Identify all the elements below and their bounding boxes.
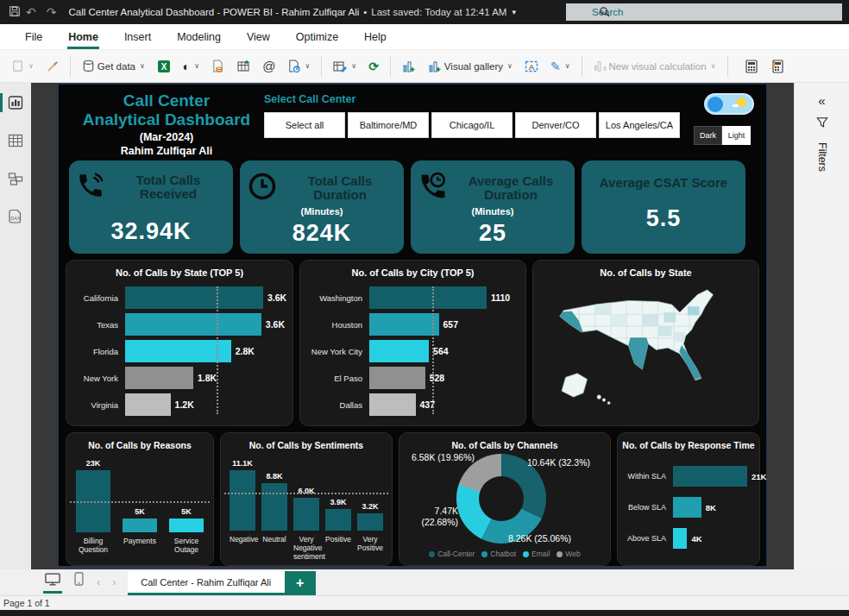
quick-measure-button[interactable] [766, 56, 789, 77]
column[interactable]: 3.9K [325, 498, 351, 531]
calls-by-response-time-panel[interactable]: No. of Calls by Response Time Within SLA… [617, 432, 760, 566]
excel-workbook-button[interactable]: X [153, 56, 175, 77]
menu-view[interactable]: View [234, 25, 283, 49]
bar[interactable] [673, 528, 687, 549]
undo-icon[interactable]: ↶ [26, 5, 36, 19]
last-saved-text: Last saved: Today at 12:41 AM [371, 7, 506, 17]
column[interactable]: 23K [76, 459, 110, 532]
donut-label-email: 7.47K (22.68%) [401, 506, 458, 528]
bar[interactable] [369, 367, 425, 389]
new-visual-button[interactable] [398, 56, 420, 77]
text-box-button[interactable]: A [520, 56, 543, 77]
bar[interactable] [125, 393, 171, 416]
redo-icon[interactable]: ↷ [47, 5, 57, 19]
report-view-icon[interactable] [0, 95, 31, 110]
bar[interactable] [125, 286, 263, 309]
calls-by-state-map-panel[interactable]: No. of Calls by State [532, 260, 759, 426]
bar[interactable] [673, 466, 747, 487]
title-caret-icon[interactable]: ▾ [512, 8, 516, 16]
slicer-los-angeles[interactable]: Los Angeles/CA [599, 112, 680, 138]
column-bar[interactable] [169, 519, 204, 532]
legend-email[interactable]: Email [523, 550, 550, 558]
slicer-denver[interactable]: Denver/CO [515, 112, 596, 138]
bar[interactable] [369, 313, 439, 336]
calls-by-reasons-panel[interactable]: No. of Calls by Reasons 23K5K5KBilling Q… [66, 432, 214, 566]
filter-funnel-icon[interactable] [816, 116, 828, 132]
bar-category-label: New York City [307, 347, 362, 356]
kpi-total-calls-received[interactable]: Total Calls Received 32.94K [69, 160, 233, 254]
column-bar[interactable] [230, 470, 255, 531]
column-bar[interactable] [123, 519, 157, 532]
transform-data-button[interactable]: ∨ [329, 56, 361, 77]
column-bar[interactable] [325, 509, 351, 531]
refresh-button[interactable]: ⟳ [364, 57, 383, 76]
column[interactable]: 3.2K [357, 502, 383, 531]
document-title: Call Center Analytical Dashboard - POWER… [68, 7, 359, 17]
bar[interactable] [125, 367, 193, 389]
prev-page-icon[interactable]: ‹ [91, 572, 106, 595]
menu-modeling[interactable]: Modeling [164, 25, 234, 49]
new-visual-calculation-button[interactable]: fx New visual calculation ∨ [589, 56, 720, 76]
menu-help[interactable]: Help [351, 25, 399, 49]
sql-server-button[interactable] [207, 56, 229, 76]
calls-by-state-panel[interactable]: No. of Calls by State (TOP 5) California… [66, 260, 293, 426]
kpi-average-csat-score[interactable]: Average CSAT Score 5.5 [582, 160, 745, 254]
search-input[interactable]: Search [566, 3, 842, 21]
expand-pane-icon[interactable]: « [818, 93, 825, 108]
bar[interactable] [369, 286, 487, 309]
slicer-chicago[interactable]: Chicago/IL [431, 112, 513, 138]
column-bar[interactable] [293, 498, 319, 531]
kpi-total-calls-duration[interactable]: Total Calls Duration (Minutes) 824K [240, 160, 404, 254]
dax-query-view-icon[interactable]: DAX [0, 209, 31, 224]
next-page-icon[interactable]: › [106, 572, 122, 595]
format-painter-button[interactable] [41, 56, 63, 76]
column[interactable]: 5K [169, 507, 204, 532]
save-icon[interactable] [9, 5, 21, 19]
light-theme-button[interactable]: Light [722, 126, 751, 145]
column[interactable]: 5K [123, 507, 157, 532]
legend-chatbot[interactable]: Chatbot [481, 550, 516, 558]
add-page-button[interactable]: + [285, 571, 316, 595]
onelake-hub-button[interactable]: ◐ ∨ [179, 57, 204, 76]
model-view-icon[interactable] [0, 171, 31, 186]
calls-by-channels-panel[interactable]: No. of Calls by Channels 6.58K (19.96%) … [399, 432, 611, 566]
bar-category-label: Washington [307, 293, 362, 303]
enter-data-button[interactable] [232, 56, 255, 77]
legend-call-center[interactable]: Call-Center [429, 550, 475, 558]
column[interactable]: 8.8K [261, 472, 287, 531]
kpi-average-calls-duration[interactable]: Average Calls Duration (Minutes) 25 [411, 160, 575, 254]
visual-gallery-button[interactable]: Visual gallery ∨ [424, 56, 517, 77]
column[interactable]: 11.1K [230, 459, 255, 531]
bar[interactable] [673, 497, 701, 518]
slicer-select-all[interactable]: Select all [264, 112, 345, 138]
bar[interactable] [369, 340, 429, 362]
new-measure-button[interactable] [740, 56, 763, 77]
legend-web[interactable]: Web [557, 550, 580, 558]
page-tab[interactable]: Call Center - Rahim Zulfiqar Ali [128, 571, 285, 595]
menu-file[interactable]: File [12, 25, 55, 49]
paste-button[interactable]: ∨ [7, 56, 38, 76]
table-view-icon[interactable] [0, 133, 31, 148]
bar[interactable] [125, 313, 261, 336]
filters-pane-label[interactable]: Filters [816, 142, 828, 172]
slicer-baltimore[interactable]: Baltimore/MD [348, 112, 429, 138]
menu-optimize[interactable]: Optimize [283, 25, 351, 49]
bar[interactable] [125, 340, 231, 362]
desktop-layout-icon[interactable] [38, 569, 67, 595]
column-bar[interactable] [357, 513, 383, 531]
column-category-label: Payments [123, 537, 157, 554]
dark-theme-button[interactable]: Dark [694, 126, 722, 145]
day-night-toggle[interactable] [704, 93, 754, 115]
more-visuals-button[interactable]: ✎ ∨ [546, 57, 575, 76]
get-data-button[interactable]: Get data ∨ [78, 56, 149, 76]
recent-sources-button[interactable]: ∨ [283, 56, 314, 76]
mobile-layout-icon[interactable] [67, 568, 91, 595]
calls-by-city-panel[interactable]: No. of Calls by City (TOP 5) Washington1… [299, 260, 526, 426]
dataverse-button[interactable]: @ [258, 57, 280, 76]
menu-insert[interactable]: Insert [111, 25, 164, 49]
column-bar[interactable] [261, 483, 287, 531]
calls-by-sentiments-panel[interactable]: No. of Calls by Sentiments 11.1K8.8K6.0K… [220, 432, 393, 566]
us-choropleth-map[interactable] [533, 281, 758, 412]
bar[interactable] [369, 393, 416, 416]
menu-home[interactable]: Home [55, 25, 111, 49]
